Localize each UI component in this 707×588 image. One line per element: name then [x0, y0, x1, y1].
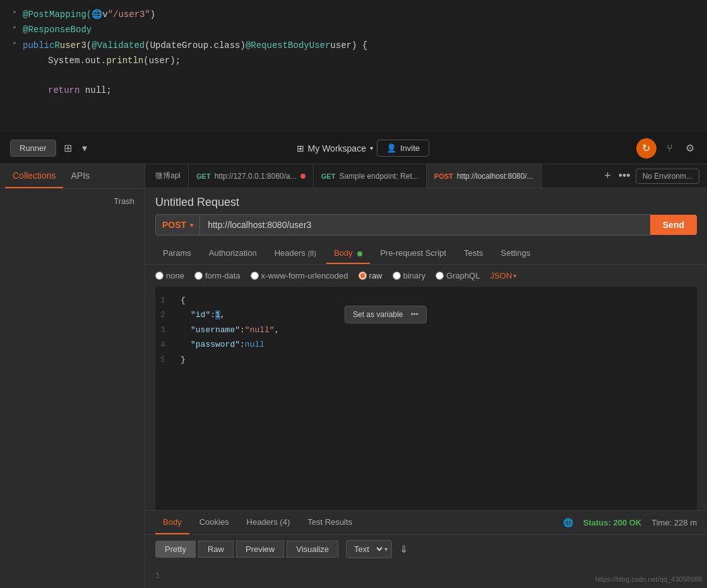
req-tab-headers[interactable]: Headers (8)	[267, 243, 324, 264]
tab-weibo-api[interactable]: 微博api	[148, 164, 189, 188]
tab-post-url-1: http://localhost:8080/...	[457, 172, 533, 181]
json-format-select[interactable]: JSON ▾	[490, 271, 516, 280]
line-num-5: 5	[160, 352, 170, 367]
req-tab-body[interactable]: Body	[326, 243, 370, 264]
tab-dot-1	[300, 174, 306, 179]
more-options-icon[interactable]: •••	[616, 169, 633, 183]
request-title: Untitled Request	[145, 188, 707, 214]
invite-label: Invite	[400, 143, 420, 153]
text-format-select[interactable]: Text ▾	[346, 540, 392, 558]
tab-post-method-1: POST	[434, 172, 453, 180]
tab-get-url-1: http://127.0.0.1:8080/a...	[215, 172, 297, 181]
code-body: 1 { 2 "id":1, 3 "username":"null",	[155, 287, 697, 373]
body-option-binary[interactable]: binary	[393, 271, 425, 280]
fork-icon[interactable]: ⑂	[664, 140, 675, 157]
code-params2: (UpdateGroup.class)	[145, 39, 246, 52]
radio-binary[interactable]	[393, 272, 401, 280]
save-response-button[interactable]: ⇓	[395, 541, 413, 558]
tab-weibo-label: 微博api	[155, 171, 181, 181]
context-menu-dots[interactable]: •••	[410, 310, 419, 319]
set-as-variable-label[interactable]: Set as variable	[353, 310, 403, 319]
radio-urlencoded[interactable]	[251, 272, 259, 280]
tab-actions: + ••• No Environm...	[602, 169, 704, 184]
body-option-graphql[interactable]: GraphQL	[436, 271, 480, 280]
code-type: User	[309, 39, 331, 52]
radio-raw[interactable]	[359, 272, 367, 280]
pretty-button[interactable]: Pretty	[155, 541, 196, 558]
code-public: public	[23, 39, 54, 52]
visualize-button[interactable]: Visualize	[287, 541, 338, 558]
req-tab-params[interactable]: Params	[155, 243, 199, 264]
body-editor: Set as variable ••• 1 { 2 "id":1,	[155, 287, 697, 510]
line-num-4: 4	[160, 337, 170, 352]
tab-post-1[interactable]: POST http://localhost:8080/...	[427, 164, 542, 188]
method-select[interactable]: POST ▾	[155, 214, 200, 236]
response-tab-test-results[interactable]: Test Results	[300, 511, 360, 534]
body-option-none[interactable]: none	[155, 271, 184, 280]
json-username: "username":"null",	[181, 323, 279, 337]
navbar-center: ⊞ My Workspace ▾ 👤 Invite	[297, 140, 429, 157]
sidebar-tab-collections[interactable]: Collections	[5, 164, 63, 188]
new-tab-button[interactable]: ⊞	[61, 140, 74, 157]
request-tabs: Params Authorization Headers (8) Body Pr…	[145, 243, 707, 265]
gutter-dot-3: ●	[13, 39, 23, 49]
radio-none[interactable]	[155, 272, 163, 280]
globe-icon: 🌐	[563, 518, 573, 527]
gutter-dot-2: ●	[13, 23, 23, 33]
text-chevron: ▾	[384, 546, 391, 553]
tab-get-2[interactable]: GET Sample endpoint: Ret...	[314, 164, 427, 188]
navbar: Runner ⊞ ▾ ⊞ My Workspace ▾ 👤 Invite ↻ ⑂…	[0, 133, 707, 164]
workspace-label: My Workspace	[308, 143, 366, 153]
response-tab-cookies[interactable]: Cookies	[192, 511, 237, 534]
radio-form-data[interactable]	[194, 272, 203, 280]
req-tab-tests[interactable]: Tests	[456, 243, 490, 264]
response-tab-body[interactable]: Body	[155, 511, 189, 534]
json-id-key: "id":1,	[181, 308, 225, 322]
tabs-bar: 微博api GET http://127.0.0.1:8080/a... GET…	[145, 164, 707, 188]
code-annotation-2: @ResponseBody	[23, 23, 92, 37]
new-tab-icon[interactable]: +	[602, 169, 614, 183]
req-tab-authorization[interactable]: Authorization	[201, 243, 264, 264]
main-content: Collections APIs Trash 微博api GET http://…	[0, 164, 707, 588]
response-toolbar: Pretty Raw Preview Visualize Text ▾ ⇓	[145, 535, 707, 563]
response-tab-headers[interactable]: Headers (4)	[239, 511, 298, 534]
body-line-5: 5 }	[160, 352, 692, 367]
radio-graphql[interactable]	[436, 272, 444, 280]
body-option-urlencoded[interactable]: x-www-form-urlencoded	[251, 271, 348, 280]
text-select-dropdown[interactable]: Text	[347, 541, 384, 558]
settings-icon[interactable]: ⚙	[683, 140, 697, 157]
url-input[interactable]	[200, 214, 650, 236]
code-string-1: "/user3"	[108, 8, 150, 21]
req-tab-pre-request[interactable]: Pre-request Script	[372, 243, 454, 264]
request-panel: 微博api GET http://127.0.0.1:8080/a... GET…	[145, 164, 707, 588]
workspace-chevron: ▾	[370, 145, 373, 152]
body-active-dot	[357, 251, 362, 256]
invite-button[interactable]: 👤 Invite	[377, 140, 429, 157]
send-button[interactable]: Send	[650, 215, 697, 235]
workspace-button[interactable]: My Workspace ▾	[308, 143, 373, 153]
navbar-left: Runner ⊞ ▾	[10, 140, 90, 157]
code-method: user3	[60, 39, 86, 52]
context-menu: Set as variable •••	[345, 306, 427, 323]
body-option-form-data[interactable]: form-data	[194, 271, 241, 280]
invite-icon: 👤	[386, 143, 396, 153]
raw-button[interactable]: Raw	[198, 541, 234, 558]
body-line-4: 4 "password":null	[160, 337, 692, 352]
code-system: System.out.	[33, 54, 106, 68]
json-label: JSON	[490, 271, 512, 280]
tab-get-1[interactable]: GET http://127.0.0.1:8080/a...	[189, 164, 314, 188]
line-num-1: 1	[160, 293, 170, 308]
runner-button[interactable]: Runner	[10, 140, 56, 157]
body-options: none form-data x-www-form-urlencoded raw…	[145, 265, 707, 287]
refresh-button[interactable]: ↻	[636, 138, 656, 159]
resp-line-num-1: 1	[155, 568, 165, 583]
preview-button[interactable]: Preview	[236, 541, 284, 558]
response-time: Time: 228 m	[651, 518, 697, 527]
chevron-down-icon[interactable]: ▾	[80, 140, 90, 157]
code-globe: 🌐	[92, 8, 102, 21]
req-tab-settings[interactable]: Settings	[493, 243, 538, 264]
body-option-raw[interactable]: raw	[359, 271, 383, 280]
tab-get-method-1: GET	[196, 172, 211, 180]
trash-button[interactable]: Trash	[109, 194, 140, 208]
sidebar-tab-apis[interactable]: APIs	[63, 164, 97, 188]
